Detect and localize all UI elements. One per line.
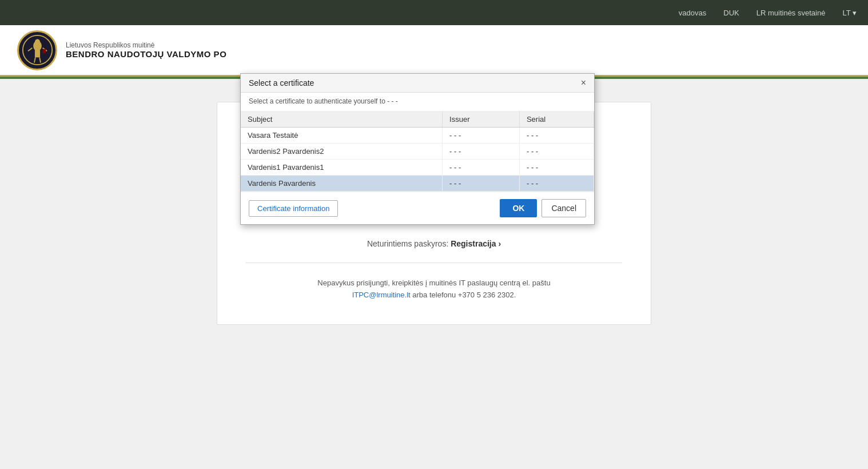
header-title: BENDRO NAUDOTOJŲ VALDYMO PO (66, 49, 226, 59)
cell-subject: Vardenis2 Pavardenis2 (241, 144, 443, 160)
table-row[interactable]: Vardenis Pavardenis- - -- - - (241, 176, 594, 192)
certificate-table-container[interactable]: Subject Issuer Serial Vasara Testaitė- -… (241, 112, 594, 192)
certificate-table: Subject Issuer Serial Vasara Testaitė- -… (241, 112, 594, 192)
top-navigation: vadovas DUK LR muitinės svetainė LT ▾ (0, 0, 868, 25)
cancel-button[interactable]: Cancel (541, 199, 586, 217)
table-row[interactable]: Vardenis1 Pavardenis1- - -- - - (241, 160, 594, 176)
cell-issuer: - - - (443, 128, 520, 144)
cell-serial: - - - (519, 176, 594, 192)
col-subject: Subject (241, 112, 443, 128)
site-header: Lietuvos Respublikos muitinė BENDRO NAUD… (0, 25, 868, 77)
ok-button[interactable]: OK (500, 199, 537, 217)
table-header-row: Subject Issuer Serial (241, 112, 594, 128)
nav-lang[interactable]: LT ▾ (842, 9, 857, 17)
col-issuer: Issuer (443, 112, 520, 128)
table-row[interactable]: Vardenis2 Pavardenis2- - -- - - (241, 144, 594, 160)
cell-serial: - - - (519, 160, 594, 176)
dialog-actions: Certificate information OK Cancel (241, 192, 594, 224)
cert-info-button[interactable]: Certificate information (249, 200, 338, 217)
certificate-dialog: Select a certificate × Select a certific… (240, 73, 595, 225)
cert-action-buttons: OK Cancel (500, 199, 586, 217)
nav-vadovas[interactable]: vadovas (679, 9, 706, 17)
header-subtitle: Lietuvos Respublikos muitinė (66, 41, 226, 49)
dialog-subtitle: Select a certificate to authenticate you… (241, 93, 594, 112)
svg-rect-2 (34, 50, 39, 58)
main-content: Pasirinkite prisijungimo būdą: Elektroni… (0, 79, 868, 348)
dialog-overlay: Select a certificate × Select a certific… (0, 79, 868, 348)
dialog-title: Select a certificate (249, 78, 314, 88)
cell-issuer: - - - (443, 144, 520, 160)
dialog-close-button[interactable]: × (581, 78, 586, 88)
svg-point-5 (34, 39, 39, 45)
cell-issuer: - - - (443, 160, 520, 176)
dialog-titlebar: Select a certificate × (241, 74, 594, 93)
svg-rect-8 (42, 49, 46, 53)
cell-subject: Vardenis1 Pavardenis1 (241, 160, 443, 176)
header-text: Lietuvos Respublikos muitinė BENDRO NAUD… (66, 41, 226, 59)
nav-duk[interactable]: DUK (723, 9, 739, 17)
logo (17, 30, 57, 70)
nav-lr-muitines[interactable]: LR muitinės svetainė (756, 9, 826, 17)
col-serial: Serial (519, 112, 594, 128)
cell-serial: - - - (519, 128, 594, 144)
cell-subject: Vasara Testaitė (241, 128, 443, 144)
cell-issuer: - - - (443, 176, 520, 192)
table-row[interactable]: Vasara Testaitė- - -- - - (241, 128, 594, 144)
cell-subject: Vardenis Pavardenis (241, 176, 443, 192)
cell-serial: - - - (519, 144, 594, 160)
